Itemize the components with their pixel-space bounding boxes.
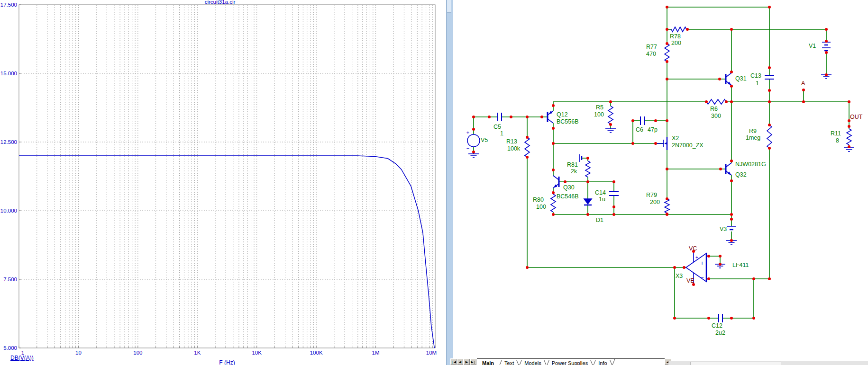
component-label[interactable]: X3 (676, 273, 683, 279)
component-label[interactable]: C12 (712, 322, 722, 329)
component-label[interactable]: V3 (720, 226, 727, 232)
component-label[interactable]: R77 (646, 44, 657, 50)
component-C12[interactable] (719, 314, 722, 322)
component-label[interactable]: 1 (500, 130, 503, 137)
svg-text:+: + (695, 255, 698, 260)
component-R6[interactable] (706, 99, 726, 104)
component-label[interactable]: R13 (506, 138, 517, 145)
junction-dot (768, 66, 771, 69)
component-label[interactable]: 2k (571, 168, 577, 175)
node-label-ve[interactable]: VE (686, 277, 694, 284)
component-label[interactable]: 1meg (746, 134, 760, 141)
junction-dot (768, 277, 771, 280)
page-nav-buttons: ❘◀◀▶▶❘ (450, 358, 477, 365)
junction-dot (526, 156, 529, 159)
component-label[interactable]: 300 (711, 113, 721, 119)
component-X2[interactable] (656, 137, 667, 150)
component-label[interactable]: 8 (836, 137, 839, 144)
component-R79[interactable] (665, 199, 669, 213)
component-label[interactable]: BC556B (557, 118, 579, 125)
component-label[interactable]: 2u2 (715, 329, 725, 336)
component-label[interactable]: R11 (831, 130, 841, 137)
component-V1[interactable] (822, 42, 831, 51)
junction-dot (552, 213, 555, 216)
node-label-out[interactable]: OUT (850, 114, 863, 120)
component-R5[interactable] (608, 106, 613, 124)
node-label-a[interactable]: A (801, 80, 805, 87)
component-R78[interactable] (671, 27, 686, 32)
component-label[interactable]: R80 (533, 196, 544, 203)
component-R80[interactable] (551, 194, 556, 212)
component-label[interactable]: 200 (650, 199, 660, 205)
first-page-button[interactable]: ❘◀ (450, 359, 457, 365)
component-label[interactable]: 100k (507, 145, 521, 152)
component-label[interactable]: BC546B (557, 193, 579, 200)
component-R81[interactable] (585, 161, 590, 177)
junction-dot (654, 142, 657, 145)
component-label[interactable]: V1 (809, 43, 816, 49)
component-D1[interactable] (584, 199, 592, 205)
tab-main[interactable]: Main (477, 360, 499, 365)
tab-power-supplies[interactable]: Power Supplies (547, 360, 593, 365)
schematic-canvas[interactable]: +−+−+R78200R77470V1Q31C131R6300R5100C647… (0, 0, 868, 365)
component-label[interactable]: C14 (595, 189, 606, 196)
junction-dot (510, 116, 512, 118)
component-label[interactable]: C5 (493, 124, 501, 130)
component-label[interactable]: 47p (648, 126, 658, 133)
component-label[interactable]: R9 (749, 128, 757, 134)
component-C13[interactable] (765, 75, 774, 79)
next-page-button[interactable]: ▶ (464, 359, 470, 365)
component-C14[interactable] (609, 192, 619, 196)
component-R11[interactable] (847, 129, 851, 145)
component-label[interactable]: Q31 (735, 75, 747, 82)
component-label[interactable]: 2N7000_ZX (672, 142, 704, 149)
component-bat-small[interactable] (579, 154, 582, 162)
component-label[interactable]: D1 (596, 217, 603, 223)
component-label[interactable]: C13 (750, 72, 761, 79)
component-label[interactable]: Q12 (557, 111, 568, 118)
component-label[interactable]: LF411 (732, 262, 749, 268)
tab-text[interactable]: Text (499, 360, 519, 365)
component-C6[interactable] (640, 116, 644, 125)
component-label[interactable]: Q30 (563, 184, 575, 191)
tab-models[interactable]: Models (519, 360, 546, 365)
junction-dot (768, 147, 771, 150)
component-label[interactable]: R6 (710, 106, 718, 112)
last-page-button[interactable]: ▶❘ (470, 359, 476, 365)
component-label[interactable]: R78 (670, 33, 681, 40)
node-label-vc[interactable]: VC (689, 245, 697, 252)
component-label[interactable]: V5 (481, 137, 488, 143)
component-R13[interactable] (525, 137, 530, 157)
component-Q32[interactable] (726, 163, 731, 175)
junction-dot (718, 78, 721, 80)
prev-page-button[interactable]: ◀ (457, 359, 463, 365)
component-label[interactable]: C6 (636, 126, 643, 133)
component-label[interactable]: 100 (594, 111, 604, 118)
tab-info[interactable]: Info (593, 360, 612, 365)
component-label[interactable]: NJW0281G (735, 161, 766, 168)
component-label[interactable]: 100 (536, 204, 546, 210)
component-label[interactable]: 200 (671, 40, 681, 46)
component-R9[interactable] (767, 125, 772, 148)
component-Q30[interactable] (553, 176, 559, 188)
component-label[interactable]: X2 (672, 135, 679, 142)
component-label[interactable]: R5 (596, 104, 603, 111)
component-R77[interactable] (665, 44, 669, 62)
component-label[interactable]: 1 (756, 80, 759, 87)
junction-dot (666, 168, 668, 170)
component-Q31[interactable] (726, 73, 731, 85)
junction-dot (526, 116, 529, 118)
junction-dot (552, 142, 555, 145)
component-label[interactable]: 1u (599, 196, 605, 203)
component-Q12[interactable] (548, 111, 553, 123)
junction-dot (707, 317, 710, 320)
component-label[interactable]: R81 (567, 161, 578, 168)
component-label[interactable]: R79 (646, 192, 657, 198)
junction-dot (730, 28, 733, 31)
component-V5[interactable]: +− (466, 130, 480, 151)
component-C5[interactable] (498, 113, 502, 121)
component-label[interactable]: Q32 (735, 171, 747, 178)
junction-dot (768, 89, 771, 92)
component-V3[interactable] (727, 227, 736, 230)
component-label[interactable]: 470 (646, 51, 656, 57)
